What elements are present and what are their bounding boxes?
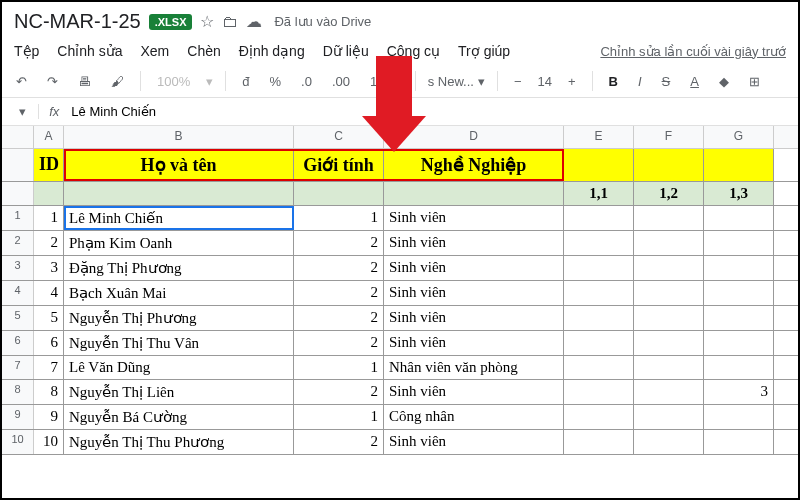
row-num[interactable]: 4 (2, 281, 34, 305)
redo-icon[interactable]: ↷ (43, 72, 62, 91)
font-size[interactable]: 14 (538, 74, 552, 89)
row-num[interactable]: 8 (2, 380, 34, 404)
cell-e[interactable] (564, 430, 634, 454)
num-fmt-btn[interactable]: 123▾ (366, 72, 403, 91)
menu-edit[interactable]: Chỉnh sửa (57, 43, 122, 59)
cell-id[interactable]: 4 (34, 281, 64, 305)
cell-name[interactable]: Lê Minh Chiến (64, 206, 294, 230)
cell-e[interactable] (564, 206, 634, 230)
row-num[interactable]: 5 (2, 306, 34, 330)
row-num[interactable]: 10 (2, 430, 34, 454)
cell-f[interactable] (634, 405, 704, 429)
menu-data[interactable]: Dữ liệu (323, 43, 369, 59)
cell-gender[interactable]: 2 (294, 231, 384, 255)
print-icon[interactable]: 🖶 (74, 72, 95, 91)
cell-f[interactable] (634, 281, 704, 305)
cell-g[interactable] (704, 256, 774, 280)
cell-gender[interactable]: 2 (294, 306, 384, 330)
row-num[interactable]: 6 (2, 331, 34, 355)
cell-id[interactable]: 9 (34, 405, 64, 429)
cell-e[interactable] (564, 281, 634, 305)
menu-view[interactable]: Xem (141, 43, 170, 59)
cell-g[interactable] (704, 331, 774, 355)
cell-f[interactable] (634, 356, 704, 379)
cell-e[interactable] (564, 331, 634, 355)
col-b[interactable]: B (64, 126, 294, 148)
font-size-inc[interactable]: + (564, 72, 580, 91)
cell-gender[interactable]: 2 (294, 430, 384, 454)
cell-name[interactable]: Lê Văn Dũng (64, 356, 294, 379)
cell-job[interactable]: Sinh viên (384, 306, 564, 330)
text-color-btn[interactable]: A (686, 72, 703, 91)
cell-id[interactable]: 5 (34, 306, 64, 330)
select-all-corner[interactable] (2, 126, 34, 148)
cloud-icon[interactable]: ☁ (246, 12, 262, 31)
cell-f[interactable] (634, 256, 704, 280)
col-g[interactable]: G (704, 126, 774, 148)
zoom-select[interactable]: 100% (153, 72, 194, 91)
cell-g[interactable] (704, 306, 774, 330)
col-f[interactable]: F (634, 126, 704, 148)
dec-dec-btn[interactable]: .0 (297, 72, 316, 91)
cell-e[interactable] (564, 231, 634, 255)
cell-f[interactable] (634, 206, 704, 230)
cell-job[interactable]: Nhân viên văn phòng (384, 356, 564, 379)
menu-insert[interactable]: Chèn (187, 43, 220, 59)
strike-btn[interactable]: S (658, 72, 675, 91)
sub-g[interactable]: 1,3 (704, 182, 774, 205)
move-icon[interactable]: 🗀 (222, 13, 238, 31)
italic-btn[interactable]: I (634, 72, 646, 91)
row-num[interactable]: 1 (2, 206, 34, 230)
row-num[interactable]: 2 (2, 231, 34, 255)
sub-e[interactable]: 1,1 (564, 182, 634, 205)
cell-e[interactable] (564, 256, 634, 280)
menu-tools[interactable]: Công cụ (387, 43, 440, 59)
cell-name[interactable]: Bạch Xuân Mai (64, 281, 294, 305)
formula-input[interactable] (69, 102, 788, 121)
cell-name[interactable]: Nguyễn Thị Liên (64, 380, 294, 404)
cell-name[interactable]: Phạm Kim Oanh (64, 231, 294, 255)
menu-file[interactable]: Tệp (14, 43, 39, 59)
cell-id[interactable]: 6 (34, 331, 64, 355)
cell-gender[interactable]: 1 (294, 405, 384, 429)
hdr-gender[interactable]: Giới tính (294, 149, 384, 181)
col-c[interactable]: C (294, 126, 384, 148)
cell-job[interactable]: Sinh viên (384, 231, 564, 255)
cell-g[interactable] (704, 231, 774, 255)
star-icon[interactable]: ☆ (200, 12, 214, 31)
cell-job[interactable]: Sinh viên (384, 331, 564, 355)
name-box[interactable]: ▾ (12, 104, 39, 119)
currency-btn[interactable]: đ (238, 72, 253, 91)
hdr-name[interactable]: Họ và tên (64, 149, 294, 181)
cell-gender[interactable]: 1 (294, 356, 384, 379)
hdr-id[interactable]: ID (34, 149, 64, 181)
cell-f[interactable] (634, 231, 704, 255)
cell-f[interactable] (634, 430, 704, 454)
row-num[interactable] (2, 149, 34, 181)
cell-e[interactable] (564, 380, 634, 404)
cell-job[interactable]: Sinh viên (384, 281, 564, 305)
undo-icon[interactable]: ↶ (12, 72, 31, 91)
cell-f[interactable] (634, 331, 704, 355)
percent-btn[interactable]: % (265, 72, 285, 91)
menu-help[interactable]: Trợ giúp (458, 43, 510, 59)
row-num[interactable]: 9 (2, 405, 34, 429)
cell-id[interactable]: 7 (34, 356, 64, 379)
dec-inc-btn[interactable]: .00 (328, 72, 354, 91)
bold-btn[interactable]: B (605, 72, 622, 91)
cell-id[interactable]: 8 (34, 380, 64, 404)
cell-e[interactable] (564, 306, 634, 330)
cell-g[interactable] (704, 405, 774, 429)
cell-g[interactable] (704, 206, 774, 230)
cell-id[interactable]: 2 (34, 231, 64, 255)
cell-gender[interactable]: 2 (294, 256, 384, 280)
col-d[interactable]: D (384, 126, 564, 148)
col-e[interactable]: E (564, 126, 634, 148)
row-num[interactable]: 3 (2, 256, 34, 280)
cell-job[interactable]: Sinh viên (384, 380, 564, 404)
cell-g[interactable] (704, 281, 774, 305)
cell-g[interactable]: 3 (704, 380, 774, 404)
hdr-job[interactable]: Nghề Nghiệp (384, 149, 564, 181)
cell-f[interactable] (634, 380, 704, 404)
col-a[interactable]: A (34, 126, 64, 148)
